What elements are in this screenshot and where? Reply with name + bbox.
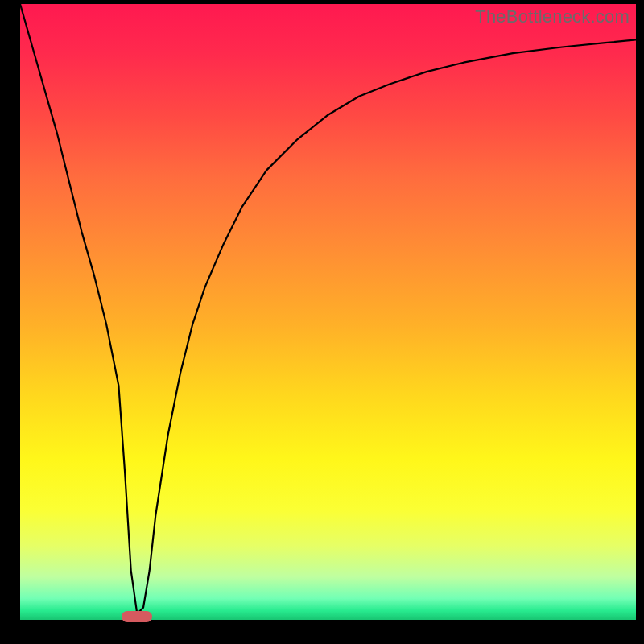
chart-frame: TheBottleneck.com [20,4,636,620]
chart-gradient-background [20,4,636,620]
watermark-text: TheBottleneck.com [475,6,630,27]
